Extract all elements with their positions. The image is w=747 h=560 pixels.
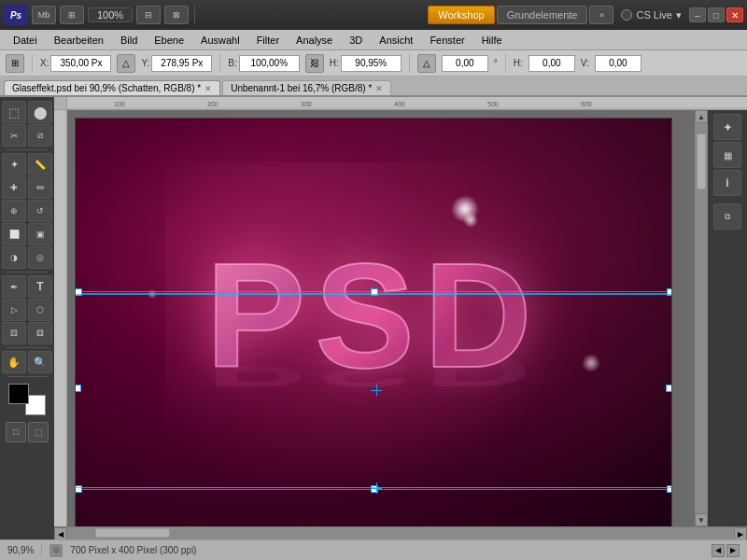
brush-tool[interactable]: ✏ [28,176,52,199]
menu-analyse[interactable]: Analyse [289,33,340,48]
quick-mask-button[interactable]: ⬚ [28,422,49,442]
h2-input[interactable] [529,55,575,72]
tab-glaseffekt-close[interactable]: ✕ [204,84,212,93]
v-input[interactable] [595,55,641,72]
sep-3 [7,347,48,348]
workspace-tab-grundelemente[interactable]: Grundelemente [497,6,588,24]
more-workspaces-button[interactable]: » [589,6,613,24]
vscrollbar: ▲ ▼ [695,110,708,526]
h-input[interactable] [341,55,402,72]
standard-mode-button[interactable]: □ [6,422,26,442]
tab-unbenannt[interactable]: Unbenannt-1 bei 16,7% (RGB/8) * ✕ [222,80,391,95]
next-page-button[interactable]: ▶ [726,544,740,557]
view-toggle-button[interactable]: ⊟ [136,6,161,24]
blur-tool[interactable]: ◎ [28,246,52,269]
scroll-left-button[interactable]: ◀ [54,527,67,539]
rotate-icon[interactable]: △ [417,54,436,73]
canvas-background [76,119,671,526]
eyedropper-tool[interactable]: ✦ [2,153,26,175]
workspace: ⬚ ⬤ ✂ ⧄ ✦ 📏 ✚ ✏ ⊕ ↺ ⬜ ▣ ◑ ◎ ✒ [0,97,747,539]
transform-icon[interactable]: ⊞ [6,54,24,73]
histogram-button[interactable]: ▦ [713,142,741,168]
menu-bild[interactable]: Bild [113,33,145,48]
navigator-button[interactable]: ✦ [713,114,741,140]
info-button[interactable]: i [713,170,741,196]
toolbar: ⬚ ⬤ ✂ ⧄ ✦ 📏 ✚ ✏ ⊕ ↺ ⬜ ▣ ◑ ◎ ✒ [0,97,54,539]
bridge-button[interactable]: Mb [32,6,56,24]
text-tool[interactable]: T [28,275,52,298]
nav-tools: ✋ 🔍 [2,351,52,373]
slice-tool[interactable]: ⧄ [28,124,52,147]
status-sep-1 [41,544,42,557]
spot-heal-tool[interactable]: ✚ [2,176,26,199]
close-button[interactable]: ✕ [726,7,743,22]
3d-tool[interactable]: ⚄ [2,322,26,344]
cs-live-label[interactable]: CS Live [636,9,672,21]
3d2-tool[interactable]: ⚅ [28,322,52,344]
y-label: Y: [141,58,149,68]
h-field: H: [330,55,402,72]
path-select-tool[interactable]: ▷ [2,299,26,321]
canvas[interactable]: PSD PSD PSD [75,118,672,526]
cs-live-arrow[interactable]: ▾ [676,9,682,21]
hscroll-thumb[interactable] [95,528,170,538]
fill-tool[interactable]: ▣ [28,223,52,245]
shape-tool[interactable]: ⬡ [28,299,52,321]
hand-tool[interactable]: ✋ [2,351,26,373]
window-controls: – □ ✕ [689,7,743,22]
cs-live: CS Live ▾ [621,9,682,21]
workspace-tabs: Workshop Grundelemente » [428,6,613,24]
ruler-horizontal: 100200 300400 500600 [54,97,747,110]
y-input[interactable] [151,55,212,72]
canvas-with-ruler: PSD PSD PSD [54,110,747,526]
x-input[interactable] [50,55,111,72]
menu-bearbeiten[interactable]: Bearbeiten [47,33,111,48]
cs-live-icon [621,9,632,21]
menu-ansicht[interactable]: Ansicht [372,33,420,48]
chain-icon[interactable]: ⛓ [305,54,324,73]
dodge-tool[interactable]: ◑ [2,246,26,269]
y-field: Y: [141,55,212,72]
link-icon[interactable]: △ [117,54,135,73]
clone-tool[interactable]: ⊕ [2,200,26,222]
maximize-button[interactable]: □ [708,7,725,22]
menu-fenster[interactable]: Fenster [422,33,472,48]
minimize-button[interactable]: – [689,7,706,22]
clone-tools: ⊕ ↺ [2,200,52,222]
opt-sep-1 [32,54,33,73]
ruler-tool[interactable]: 📏 [28,153,52,175]
lasso-tool[interactable]: ⬤ [28,101,52,123]
scroll-up-button[interactable]: ▲ [695,110,708,123]
tab-unbenannt-close[interactable]: ✕ [375,84,383,93]
prev-page-button[interactable]: ◀ [712,544,725,557]
eraser-tool[interactable]: ⬜ [2,223,26,245]
select-tool[interactable]: ⬚ [2,101,26,123]
menu-ebene[interactable]: Ebene [147,33,191,48]
scroll-right-button[interactable]: ▶ [734,527,747,539]
angle-input[interactable] [442,55,488,72]
ruler-vertical [54,110,67,526]
crop-tool[interactable]: ✂ [2,124,26,147]
arrange-button[interactable]: ⊠ [164,6,189,24]
crop-tools: ✂ ⧄ [2,124,52,147]
foreground-color-swatch[interactable] [8,384,29,404]
status-icon[interactable]: ⊙ [49,544,63,557]
pen-tool[interactable]: ✒ [2,275,26,298]
sep-2 [7,272,48,273]
menu-filter[interactable]: Filter [249,33,287,48]
zoom-percent: 100% [88,7,133,22]
view-extras-button[interactable]: ⊞ [60,6,84,24]
zoom-tool[interactable]: 🔍 [28,351,52,373]
menu-3d[interactable]: 3D [342,33,370,48]
layers-button[interactable]: ⧉ [713,203,741,230]
menu-datei[interactable]: Datei [6,33,45,48]
scroll-down-button[interactable]: ▼ [695,513,708,526]
menu-hilfe[interactable]: Hilfe [474,33,510,48]
scroll-thumb[interactable] [697,133,706,189]
canvas-area: PSD PSD PSD [67,110,695,526]
tab-glaseffekt[interactable]: Glaseffekt.psd bei 90,9% (Schatten, RGB/… [4,80,220,95]
history-tool[interactable]: ↺ [28,200,52,222]
b-input[interactable] [239,55,300,72]
workspace-tab-workshop[interactable]: Workshop [428,6,494,24]
menu-auswahl[interactable]: Auswahl [193,33,247,48]
